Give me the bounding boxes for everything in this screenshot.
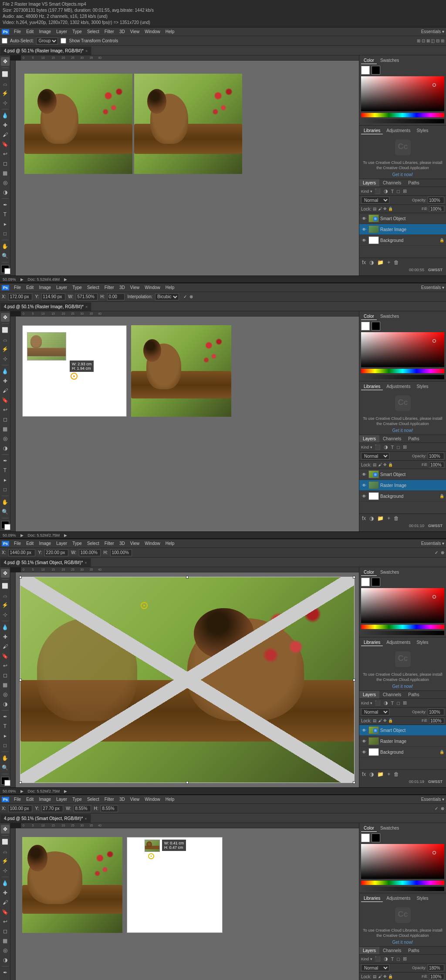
pen-2[interactable]: ✒	[1, 456, 10, 465]
new-2[interactable]: +	[386, 515, 391, 522]
lt-sm-2[interactable]: ⊞	[402, 444, 408, 450]
fx-btn-1[interactable]: fx	[361, 259, 367, 266]
dl-3[interactable]: 🗑	[393, 771, 400, 778]
dodge-tool-1[interactable]: ◑	[1, 188, 10, 197]
tr2-3[interactable]: ▶	[64, 789, 67, 793]
sw-tab-3[interactable]: Swatches	[378, 569, 402, 576]
c-tab-3[interactable]: Color	[361, 569, 377, 576]
handle-tr-3[interactable]	[353, 576, 355, 578]
mw-4[interactable]: Window	[142, 796, 162, 802]
layer-bg-1[interactable]: 👁 Background 🔒	[359, 235, 446, 246]
hi-4t[interactable]: ↩	[1, 917, 10, 926]
lay-tab-3[interactable]: Layers	[359, 691, 379, 698]
hist-3[interactable]: ↩	[1, 661, 10, 670]
tc-4[interactable]: ×	[84, 817, 87, 821]
pt-tab-3[interactable]: Paths	[405, 691, 423, 698]
m3d-4[interactable]: 3D	[117, 796, 127, 802]
os-3[interactable]	[361, 631, 444, 635]
lock-pixels-1[interactable]: 🖌	[378, 207, 382, 211]
adj-btn-1[interactable]: ◑	[368, 259, 375, 266]
tr-3[interactable]: ▶	[20, 789, 24, 793]
grad-3[interactable]: ▦	[1, 681, 10, 689]
heal-tool-1[interactable]: ✚	[1, 121, 10, 129]
ls-4[interactable]: ⌓	[1, 847, 10, 856]
handle-ml-3[interactable]	[19, 679, 22, 681]
tab-close-2[interactable]: ×	[85, 305, 88, 309]
move-tool-2[interactable]: ✥	[1, 313, 10, 322]
dg-4[interactable]: ◑	[1, 956, 10, 964]
opacity-input-1[interactable]	[428, 197, 444, 204]
menu-image-1[interactable]: Image	[37, 29, 53, 34]
mt-4[interactable]: Type	[70, 796, 84, 802]
menu-filter-1[interactable]: Filter	[102, 29, 116, 34]
menu-help-2[interactable]: Help	[163, 285, 177, 290]
commit-icon-2[interactable]: ✓	[183, 294, 187, 299]
mfi-4[interactable]: Filter	[102, 796, 116, 802]
layers-tab-btn-1[interactable]: Layers	[359, 179, 379, 187]
adjustments-tab-1[interactable]: Adjustments	[384, 127, 413, 134]
x-input-2[interactable]	[8, 293, 32, 300]
opacity-slider-1[interactable]	[361, 119, 444, 123]
ms-3[interactable]: Select	[85, 541, 101, 546]
hl-t4[interactable]: ✚	[1, 888, 10, 897]
lock-transparency-1[interactable]: ▤	[373, 207, 377, 211]
marquee-tool-2[interactable]: ⬜	[1, 326, 10, 334]
hand-2[interactable]: ✋	[1, 498, 10, 507]
cgrad-4[interactable]	[361, 844, 444, 879]
menu-help-1[interactable]: Help	[163, 29, 177, 34]
new-layer-btn-1[interactable]: +	[386, 259, 391, 266]
lock-px-2[interactable]: 🖌	[378, 463, 382, 467]
layer-raster-1[interactable]: 👁 Raster Image	[359, 224, 446, 235]
foreground-color-1[interactable]	[1, 265, 9, 273]
filter-adj-btn-1[interactable]: ◑	[383, 188, 389, 194]
folder-2[interactable]: 📁	[376, 515, 385, 522]
hi-4[interactable]	[101, 805, 118, 812]
ep-4[interactable]: 💧	[1, 879, 10, 888]
bg-color-box-1[interactable]	[361, 66, 370, 75]
menu-select-1[interactable]: Select	[85, 29, 101, 34]
styles-tab-2[interactable]: Styles	[414, 383, 431, 390]
menu-window-2[interactable]: Window	[142, 285, 162, 290]
delete-layer-btn-1[interactable]: 🗑	[393, 259, 400, 266]
er-4[interactable]: ◻	[1, 927, 10, 936]
hand-3[interactable]: ✋	[1, 754, 10, 762]
brush-2[interactable]: 🖌	[1, 386, 10, 395]
menu-type-2[interactable]: Type	[70, 285, 84, 290]
mw-3[interactable]: Window	[142, 541, 162, 546]
filter-shape-btn-1[interactable]: □	[396, 188, 401, 194]
mi-4[interactable]: Image	[37, 796, 53, 802]
oi-3[interactable]	[428, 708, 444, 715]
fx-2[interactable]: fx	[361, 515, 367, 522]
pen-tool-1[interactable]: ✒	[1, 201, 10, 209]
menu-view-2[interactable]: View	[128, 285, 142, 290]
blur-tool-1[interactable]: ◎	[1, 178, 10, 187]
bm-3[interactable]: Normal	[361, 708, 389, 715]
hue-slider-1[interactable]	[361, 113, 444, 117]
handle-tl-3[interactable]	[19, 576, 22, 578]
menu-edit-2[interactable]: Edit	[24, 285, 36, 290]
eye-d-3[interactable]: 💧	[1, 623, 10, 632]
color-gradient-1[interactable]	[361, 76, 444, 111]
swatches-tab-1[interactable]: Swatches	[378, 57, 402, 64]
menu-image-2[interactable]: Image	[37, 285, 53, 290]
ms-4[interactable]: Select	[85, 796, 101, 802]
color-tab-2[interactable]: Color	[361, 313, 377, 320]
gilnk-4[interactable]: Get it now!	[361, 940, 444, 945]
lri-3[interactable]: 👁 Raster Image	[359, 736, 446, 747]
h-3[interactable]	[110, 549, 132, 556]
leri-3[interactable]: 👁	[361, 739, 367, 744]
ctab-4[interactable]: Color	[361, 825, 377, 832]
x-3[interactable]	[8, 549, 35, 556]
menu-select-2[interactable]: Select	[85, 285, 101, 290]
laytab-4[interactable]: Layers	[359, 947, 379, 954]
lbg-3[interactable]: 👁 Background 🔒	[359, 747, 446, 758]
lpx-4[interactable]: ⬛	[374, 956, 382, 962]
marquee-tool-1[interactable]: ⬜	[1, 70, 10, 78]
fg-color-box-2[interactable]	[372, 322, 380, 330]
bg-3[interactable]	[4, 780, 10, 786]
quick-select-tool-1[interactable]: ⚡	[1, 89, 10, 98]
shape-tool-1[interactable]: □	[1, 229, 10, 238]
eye-ri-2[interactable]: 👁	[361, 483, 367, 488]
wcb-3[interactable]	[361, 578, 370, 586]
cancel-3[interactable]: ⊗	[441, 550, 444, 555]
